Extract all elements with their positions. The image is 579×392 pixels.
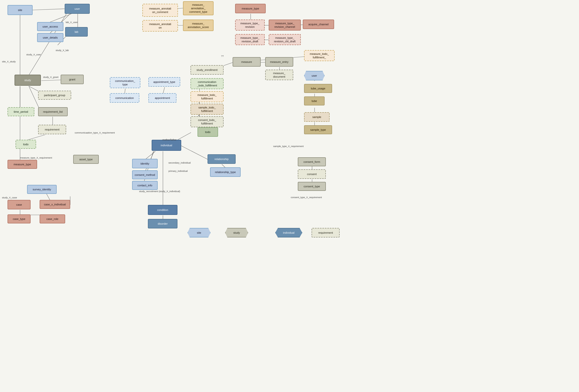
node-site-bottom[interactable]: site	[187, 228, 211, 237]
node-sample-type[interactable]: sample_type	[304, 125, 332, 134]
node-survey-identity[interactable]: survey_identity	[27, 185, 57, 194]
node-participant-group[interactable]: participant_group	[38, 91, 71, 100]
svg-line-16	[145, 151, 155, 159]
node-measure-document[interactable]: measure_ document	[265, 70, 293, 80]
node-measure[interactable]: measure	[233, 57, 261, 67]
node-user-top[interactable]: user	[65, 4, 90, 14]
node-requirement-list[interactable]: requirement_list	[38, 107, 68, 116]
node-consent-form[interactable]: consent_form	[298, 157, 326, 166]
label-mother-father: mother/father	[162, 138, 177, 141]
node-user-right[interactable]: user	[304, 71, 325, 80]
node-case-type[interactable]: case_type	[8, 214, 31, 223]
svg-line-8	[29, 86, 39, 91]
node-relationship[interactable]: relationship	[208, 154, 236, 164]
node-communication-todo-fulfillment[interactable]: communication _todo_fulfillment	[190, 78, 224, 89]
node-requirement[interactable]: requirement	[38, 125, 66, 134]
node-individual[interactable]: individual	[152, 140, 181, 151]
node-communication[interactable]: communication	[110, 93, 139, 103]
node-study[interactable]: study	[15, 75, 41, 86]
node-study-enrollment[interactable]: study_enrollment	[190, 65, 224, 75]
node-measure-annotation[interactable]: measure_annotati on	[142, 20, 178, 32]
node-individual-bottom[interactable]: individual	[275, 228, 302, 237]
node-tube-usage[interactable]: tube_usage	[304, 84, 332, 93]
node-sample[interactable]: sample	[304, 112, 330, 122]
node-relationship-type[interactable]: relationship_type	[210, 167, 241, 177]
node-measure-entry[interactable]: measure_entry	[265, 57, 293, 67]
node-user-details[interactable]: user_details	[37, 33, 63, 42]
label-sample-type-x-requirement: sample_type_X_requirement	[273, 145, 304, 148]
node-measure-annotation-comment-type[interactable]: measure_ annotation_ comment_type	[183, 1, 214, 15]
node-measure-type-revision-chl-draft[interactable]: measure_type_ revision_chl_draft	[269, 34, 301, 45]
label-lab-x-user: lab_X_user	[66, 21, 78, 24]
label-study-x-grant: study_X_grant	[43, 76, 58, 78]
node-appointment[interactable]: appointment	[148, 93, 176, 103]
node-measure-type-left[interactable]: measure_type	[8, 160, 37, 169]
svg-line-19	[181, 146, 208, 160]
node-case-x-individual[interactable]: case_x_individual	[40, 200, 70, 209]
label-study-recruitment: study_recruitment (study_X_individual)	[139, 190, 180, 193]
node-consent-method[interactable]: consent_method	[132, 170, 158, 179]
label-secondary-individual: secondary_individual	[168, 161, 191, 164]
node-measure-type-revision-channel[interactable]: measure_type_ revision_channel	[269, 20, 301, 31]
node-contact-info[interactable]: contact_info	[132, 181, 158, 190]
node-todo-left[interactable]: todo	[16, 140, 36, 149]
node-asset-type[interactable]: asset_type	[73, 155, 99, 164]
node-measure-todo-fulfillment[interactable]: measure_todo_ fulfillment	[190, 91, 224, 102]
node-measure-annotation-comment[interactable]: measure_annotati on_comment	[142, 4, 178, 17]
label-communication-type-x-requirement: communicaation_type_X_requirement	[75, 131, 115, 134]
node-consent[interactable]: consent	[298, 169, 326, 179]
node-measure-type-revision[interactable]: measure_type_ revision	[235, 20, 265, 31]
node-grant[interactable]: grant	[61, 75, 84, 84]
node-study-bottom[interactable]: study	[225, 228, 248, 237]
svg-line-7	[41, 80, 61, 81]
node-disorder[interactable]: disorder	[148, 219, 177, 228]
node-appointment-type[interactable]: appointment_type	[148, 77, 180, 87]
node-measure-type-revision-draft[interactable]: measure_type_ revision_draft	[235, 34, 265, 45]
node-consent-type[interactable]: consent_type	[298, 182, 326, 191]
node-consent-todo-fulfillment[interactable]: consent_todo_ fulfillment	[190, 116, 224, 127]
node-condition[interactable]: condition	[148, 205, 177, 215]
node-todo-center[interactable]: todo	[198, 127, 218, 137]
label-measure-type-x-requirement: measure_type_X_requirement	[20, 156, 52, 159]
node-requirement-bottom[interactable]: requirement	[312, 228, 340, 237]
svg-line-32	[224, 62, 233, 66]
node-measure-annotation-score[interactable]: measure_ annotation_score	[183, 20, 214, 31]
node-measure-type-top[interactable]: measure_type	[235, 4, 266, 13]
label-study-x-lab: study_X_lab	[56, 49, 69, 52]
svg-line-10	[29, 86, 39, 108]
node-communication-type[interactable]: communication_ type	[110, 77, 140, 88]
svg-line-15	[163, 87, 165, 94]
diagram-container: site user user_access user_details lab m…	[0, 0, 579, 392]
node-site-top[interactable]: site	[8, 5, 33, 15]
label-study-x-user: study_X_user	[26, 53, 41, 56]
label-question-marks: ??	[221, 55, 224, 57]
label-study-x-case: study_X_case	[2, 196, 17, 199]
node-sample-todo-fulfillment[interactable]: sample_todo_ fulfillment	[190, 104, 224, 115]
node-tube[interactable]: tube	[304, 96, 325, 105]
node-identity[interactable]: identity	[132, 159, 158, 168]
label-consent-type-x-requirement: consent_type_X_requirement	[291, 196, 322, 199]
node-acquire-channel[interactable]: acquire_channel	[303, 20, 334, 29]
node-measure-todo-fulfillment-top[interactable]: measure_todo_ fulfillment_	[304, 50, 335, 61]
node-case[interactable]: case	[8, 200, 31, 209]
node-time-period[interactable]: time_period	[8, 107, 34, 116]
label-primary-individual: primary_individual	[168, 170, 188, 172]
svg-line-12	[26, 135, 45, 140]
node-case-role[interactable]: case_role	[40, 214, 65, 223]
label-site-x-study: site_X_study	[2, 60, 16, 63]
node-user-access[interactable]: user_access	[37, 22, 63, 31]
svg-line-0	[33, 9, 65, 10]
node-lab[interactable]: lab	[65, 27, 88, 37]
